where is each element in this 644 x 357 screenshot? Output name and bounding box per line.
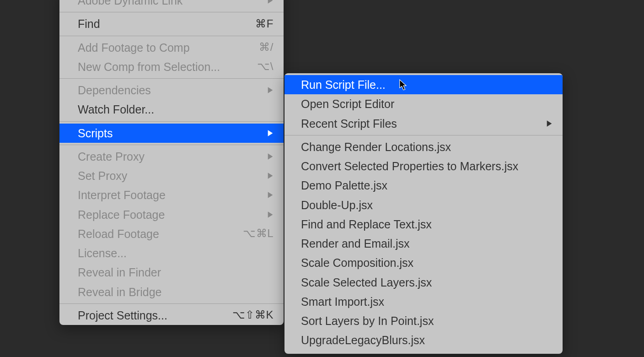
menu-item-label: Convert Selected Properties to Markers.j… [301,158,518,174]
menu-item-label: Demo Palette.jsx [301,177,387,194]
menu-item-label: Sort Layers by In Point.jsx [301,313,434,329]
menu-item-reload-footage: Reload Footage⌥⌘L [59,224,284,243]
menu-item-label: Open Script Editor [301,96,394,112]
menu-item-label: Adobe Dynamic Link [78,0,182,9]
menu-item-label: Reveal in Bridge [78,284,161,300]
menu-item-interpret-footage: Interpret Footage [59,185,284,205]
menu-item-smart-import-jsx[interactable]: Smart Import.jsx [284,292,563,311]
menu-item-label: License... [78,245,127,261]
menu-separator [284,135,563,135]
submenu-arrow-icon [267,172,274,179]
menu-item-adobe-dynamic-link: Adobe Dynamic Link [59,0,284,10]
menu-separator [59,12,284,12]
menu-item-label: Dependencies [78,82,151,98]
menu-item-label: New Comp from Selection... [78,59,220,75]
menu-item-label: Create Proxy [78,148,145,165]
submenu-arrow-icon [267,191,274,199]
menu-item-license: License... [59,243,284,263]
menu-item-label: Scripts [78,125,113,141]
menu-item-label: Run Script File... [301,76,386,93]
menu-item-sort-layers-by-in-point-jsx[interactable]: Sort Layers by In Point.jsx [284,311,563,330]
menu-item-new-comp-from-selection: New Comp from Selection...⌥\ [59,57,284,76]
menu-item-label: Scale Selected Layers.jsx [301,274,432,291]
menu-item-label: Smart Import.jsx [301,293,384,310]
submenu-arrow-icon [546,120,553,127]
menu-item-label: Recent Script Files [301,115,397,132]
menu-item-label: Find and Replace Text.jsx [301,216,432,233]
menu-item-set-proxy: Set Proxy [59,166,284,185]
menu-item-label: Project Settings... [78,307,167,324]
menu-item-label: Change Render Locations.jsx [301,139,451,155]
menu-item-scripts[interactable]: Scripts [59,124,284,143]
menu-item-find[interactable]: Find⌘F [59,14,284,33]
menu-item-watch-folder[interactable]: Watch Folder... [59,100,284,119]
menu-item-label: Reveal in Finder [78,264,161,281]
menu-item-double-up-jsx[interactable]: Double-Up.jsx [284,195,563,215]
menu-item-reveal-in-finder: Reveal in Finder [59,263,284,282]
menu-separator [59,78,284,79]
menu-separator [59,303,284,304]
menu-item-scale-composition-jsx[interactable]: Scale Composition.jsx [284,253,563,272]
menu-separator [59,121,284,122]
menu-item-shortcut: ⌥⌘L [243,226,274,242]
menu-item-create-proxy: Create Proxy [59,147,284,166]
menu-item-label: UpgradeLegacyBlurs.jsx [301,332,425,348]
menu-item-upgradelegacyblurs-jsx[interactable]: UpgradeLegacyBlurs.jsx [284,330,563,350]
menu-item-reveal-in-bridge: Reveal in Bridge [59,282,284,302]
menu-item-project-settings[interactable]: Project Settings...⌥⇧⌘K [59,306,284,325]
menu-item-label: Double-Up.jsx [301,197,373,213]
menu-item-add-footage-to-comp: Add Footage to Comp⌘/ [59,38,284,57]
menu-item-shortcut: ⌘/ [259,39,274,55]
menu-item-shortcut: ⌥\ [257,59,274,75]
main-menu: Adobe Dynamic LinkFind⌘FAdd Footage to C… [59,0,284,325]
scripts-submenu: Run Script File...Open Script EditorRece… [284,73,563,354]
menu-item-shortcut: ⌘F [255,16,274,32]
menu-item-label: Reload Footage [78,226,159,242]
menu-item-label: Interpret Footage [78,187,166,203]
menu-item-label: Find [78,16,100,32]
menu-separator [59,145,284,145]
menu-item-shortcut: ⌥⇧⌘K [232,307,274,323]
menu-item-find-and-replace-text-jsx[interactable]: Find and Replace Text.jsx [284,215,563,234]
submenu-arrow-icon [267,0,274,4]
menu-item-replace-footage: Replace Footage [59,205,284,224]
menu-item-convert-selected-properties-to-markers-jsx[interactable]: Convert Selected Properties to Markers.j… [284,157,563,176]
menu-item-label: Scale Composition.jsx [301,254,413,271]
submenu-arrow-icon [267,87,274,94]
menu-item-dependencies: Dependencies [59,81,284,100]
submenu-arrow-icon [267,130,274,137]
menu-item-label: Set Proxy [78,168,127,184]
menu-item-open-script-editor[interactable]: Open Script Editor [284,94,563,114]
menu-item-render-and-email-jsx[interactable]: Render and Email.jsx [284,234,563,253]
menu-item-label: Render and Email.jsx [301,235,410,252]
menu-item-change-render-locations-jsx[interactable]: Change Render Locations.jsx [284,137,563,157]
menu-separator [59,36,284,36]
menu-item-scale-selected-layers-jsx[interactable]: Scale Selected Layers.jsx [284,273,563,292]
menu-item-demo-palette-jsx[interactable]: Demo Palette.jsx [284,176,563,195]
menu-item-run-script-file[interactable]: Run Script File... [284,75,563,94]
menu-item-label: Replace Footage [78,206,165,223]
menu-item-recent-script-files[interactable]: Recent Script Files [284,114,563,133]
submenu-arrow-icon [267,153,274,160]
menu-item-label: Watch Folder... [78,101,154,118]
submenu-arrow-icon [267,211,274,218]
menu-item-label: Add Footage to Comp [78,39,190,56]
